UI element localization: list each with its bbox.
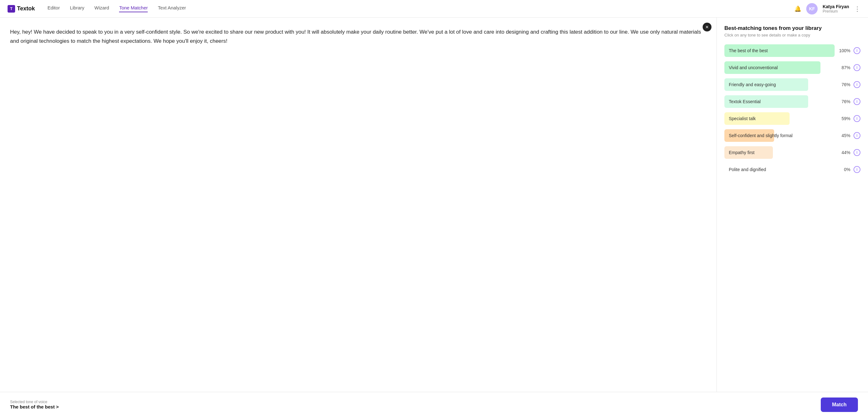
main-layout: ✕ Hey, hey! We have decided to speak to … [0,18,868,417]
tone-row[interactable]: Empathy first 44% i [724,146,861,160]
nav-link-text-analyzer[interactable]: Text Analyzer [158,5,186,12]
tone-percentage: 59% [837,116,850,121]
user-name: Katya Firyan [823,4,849,9]
tone-info-icon[interactable]: i [854,132,861,139]
tone-percentage: 76% [837,82,850,87]
logo-text: Textok [17,5,35,12]
tone-name: The best of the best [729,48,768,53]
user-plan: Premium [823,9,849,13]
right-pane-subtitle: Click on any tone to see details or make… [724,33,861,37]
tone-info-icon[interactable]: i [854,149,861,156]
tone-info-icon[interactable]: i [854,166,861,173]
tone-bar-wrap: Self-confident and slightly formal [724,129,835,142]
tone-percentage: 44% [837,150,850,155]
nav-right: 🔔 KF Katya Firyan Premium ⋮ [794,3,861,14]
right-pane: Best-matching tones from your library Cl… [717,18,868,417]
nav-link-wizard[interactable]: Wizard [94,5,109,12]
tone-bar-wrap: Polite and dignified [724,163,835,176]
tone-info-icon[interactable]: i [854,47,861,54]
logo[interactable]: T Textok [7,5,35,12]
logo-icon: T [7,5,15,12]
tone-percentage: 45% [837,133,850,138]
tone-name: Self-confident and slightly formal [729,133,793,138]
selected-tone-value[interactable]: The best of the best > [10,404,59,410]
editor-text[interactable]: Hey, hey! We have decided to speak to yo… [10,28,707,397]
tone-row[interactable]: Vivid and unconventional 87% i [724,61,861,74]
tone-percentage: 76% [837,99,850,104]
match-button[interactable]: Match [821,397,858,412]
tone-bar-wrap: Friendly and easy-going [724,78,835,91]
tone-info-icon[interactable]: i [854,98,861,105]
tone-bar-wrap: Textok Essential [724,95,835,108]
avatar: KF [806,3,817,14]
tone-percentage: 87% [837,65,850,70]
tone-name: Specialist talk [729,116,756,121]
tone-bar-wrap: Specialist talk [724,112,835,125]
tone-row[interactable]: Friendly and easy-going 76% i [724,78,861,92]
tone-info-icon[interactable]: i [854,64,861,71]
notification-bell-icon[interactable]: 🔔 [794,5,801,12]
tone-info-icon[interactable]: i [854,115,861,122]
tone-row[interactable]: Specialist talk 59% i [724,112,861,126]
tone-name: Vivid and unconventional [729,65,778,70]
right-pane-title: Best-matching tones from your library [724,25,861,31]
nav-link-editor[interactable]: Editor [48,5,60,12]
tone-bar-wrap: Vivid and unconventional [724,61,835,74]
tone-row[interactable]: The best of the best 100% i [724,44,861,58]
more-options-icon[interactable]: ⋮ [854,5,861,12]
tone-percentage: 100% [837,48,850,53]
tone-info-icon[interactable]: i [854,81,861,88]
tone-percentage: 0% [837,167,850,172]
svg-text:KF: KF [809,6,815,11]
tone-bar-wrap: The best of the best [724,44,835,57]
tone-row[interactable]: Textok Essential 76% i [724,95,861,108]
nav-link-tone-matcher[interactable]: Tone Matcher [119,5,148,12]
bottom-bar: Selected tone of voice The best of the b… [0,392,868,417]
tone-list: The best of the best 100% i Vivid and un… [724,44,861,176]
nav-links: EditorLibraryWizardTone MatcherText Anal… [48,5,794,12]
tone-name: Polite and dignified [729,167,766,172]
tone-bar-wrap: Empathy first [724,146,835,159]
editor-pane: ✕ Hey, hey! We have decided to speak to … [0,18,717,417]
close-button[interactable]: ✕ [703,23,711,31]
user-info: Katya Firyan Premium [823,4,849,13]
tone-row[interactable]: Self-confident and slightly formal 45% i [724,129,861,142]
navbar: T Textok EditorLibraryWizardTone Matcher… [0,0,868,18]
selected-tone-label: Selected tone of voice [10,400,59,404]
tone-row[interactable]: Polite and dignified 0% i [724,163,861,176]
avatar-image: KF [806,3,817,14]
nav-link-library[interactable]: Library [70,5,84,12]
tone-name: Friendly and easy-going [729,82,776,87]
tone-name: Empathy first [729,150,755,155]
bottom-bar-left: Selected tone of voice The best of the b… [10,400,59,410]
tone-name: Textok Essential [729,99,761,104]
